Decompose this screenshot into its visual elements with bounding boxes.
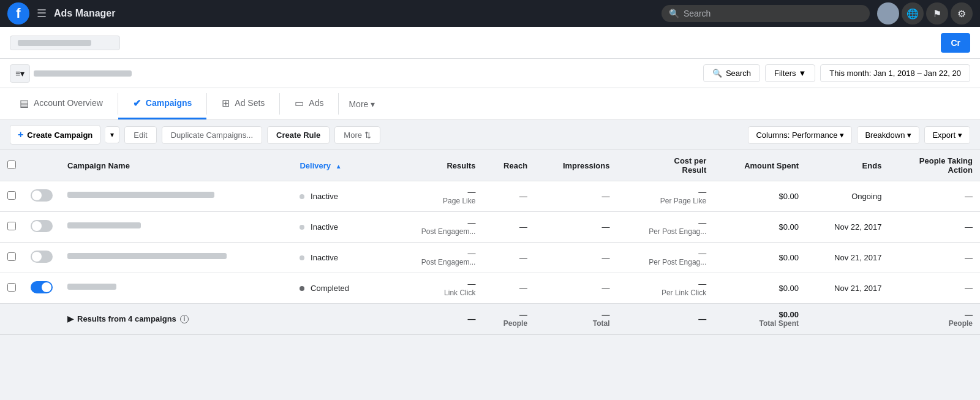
plus-icon: +	[18, 129, 23, 140]
header-cost-per-result[interactable]: Cost perResult	[617, 150, 714, 181]
row-cost-per-result: — Per Page Like	[617, 181, 714, 212]
row-checkbox-2[interactable]	[7, 222, 16, 230]
create-campaign-dropdown[interactable]: ▾	[105, 126, 119, 143]
hamburger-menu[interactable]: ☰	[37, 7, 47, 20]
summary-expand: ▶ Results from 4 campaigns i	[67, 314, 285, 323]
edit-button[interactable]: Edit	[124, 126, 156, 144]
row-amount-spent: $0.00	[714, 273, 806, 304]
row-toggle-cell	[23, 243, 60, 273]
header-delivery[interactable]: Delivery ▲	[292, 150, 390, 181]
view-dropdown[interactable]: ≡▾	[10, 64, 30, 83]
summary-amount-sub: Total Spent	[721, 319, 799, 328]
duplicate-campaigns-button[interactable]: Duplicate Campaigns...	[162, 126, 262, 144]
more-button[interactable]: More ⇅	[334, 126, 380, 144]
top-search-wrapper: 🔍	[662, 5, 870, 22]
summary-checkbox-cell	[0, 304, 23, 334]
tab-ads[interactable]: ▭ Ads	[280, 88, 338, 119]
row-checkbox-1[interactable]	[7, 191, 16, 200]
row-amount-spent: $0.00	[714, 181, 806, 212]
summary-reach-value: —	[490, 310, 527, 319]
header-impressions[interactable]: Impressions	[535, 150, 617, 181]
row-toggle-cell	[23, 181, 60, 212]
tab-more[interactable]: More ▾	[339, 88, 385, 119]
header-toggle	[23, 150, 60, 181]
tab-account-overview-label: Account Overview	[34, 98, 103, 108]
summary-label: Results from 4 campaigns	[77, 314, 176, 323]
results-sub: Post Engagem...	[398, 258, 476, 266]
header-ends[interactable]: Ends	[806, 150, 889, 181]
create-rule-label: Create Rule	[276, 130, 320, 140]
reach-value: —	[519, 253, 527, 262]
summary-row: ▶ Results from 4 campaigns i — — People …	[0, 304, 980, 334]
settings-icon[interactable]: ⚙	[951, 2, 973, 25]
top-search-input[interactable]	[662, 5, 870, 22]
delivery-status-4: Completed	[311, 284, 349, 293]
status-dot-4	[300, 286, 304, 291]
facebook-logo: f	[7, 2, 29, 25]
fb-logo-letter: f	[16, 6, 20, 21]
tab-campaigns-label: Campaigns	[146, 98, 192, 108]
tab-ad-sets[interactable]: ⊞ Ad Sets	[207, 88, 279, 119]
table-row: Completed — Link Click — — — Per Link Cl…	[0, 273, 980, 304]
breakdown-label: Breakdown	[865, 130, 905, 140]
header-campaign-name[interactable]: Campaign Name	[60, 150, 292, 181]
expand-icon[interactable]: ▶	[67, 314, 74, 323]
globe-icon[interactable]: 🌐	[902, 2, 924, 25]
status-dot-1	[300, 194, 304, 199]
row-impressions: —	[535, 212, 617, 243]
summary-impressions-sub: Total	[542, 319, 609, 328]
summary-label-cell: ▶ Results from 4 campaigns i	[60, 304, 292, 334]
select-all-checkbox[interactable]	[7, 160, 16, 169]
summary-reach-sub: People	[490, 319, 527, 328]
summary-people: — People	[889, 304, 980, 334]
amount-value: $0.00	[778, 222, 799, 232]
row-delivery: Inactive	[292, 243, 390, 273]
tab-campaigns[interactable]: ✔ Campaigns	[118, 88, 206, 119]
edit-label: Edit	[134, 130, 147, 140]
row-checkbox-cell	[0, 212, 23, 243]
row-checkbox-3[interactable]	[7, 252, 16, 261]
create-rule-button[interactable]: Create Rule	[267, 126, 330, 144]
campaign-toggle-3[interactable]	[31, 251, 53, 263]
header-people-taking-action[interactable]: People TakingAction	[889, 150, 980, 181]
search-button[interactable]: 🔍 Search	[703, 64, 760, 82]
app-title: Ads Manager	[54, 8, 115, 19]
flag-icon[interactable]: ⚑	[926, 2, 948, 25]
summary-amount-value: $0.00	[721, 310, 799, 319]
breakdown-button[interactable]: Breakdown ▾	[857, 126, 919, 144]
account-selector[interactable]	[10, 36, 120, 50]
results-sub: Post Engagem...	[398, 227, 476, 236]
ends-value: Nov 22, 2017	[834, 222, 881, 232]
header-results[interactable]: Results	[391, 150, 483, 181]
row-results: — Link Click	[391, 273, 483, 304]
campaign-toggle-1[interactable]	[31, 189, 53, 202]
row-checkbox-4[interactable]	[7, 283, 16, 292]
cost-sub: Per Post Engag...	[624, 227, 706, 236]
header-checkbox-cell	[0, 150, 23, 181]
filters-button[interactable]: Filters ▼	[765, 64, 815, 82]
cost-sub: Per Link Click	[624, 289, 706, 297]
columns-button[interactable]: Columns: Performance ▾	[748, 126, 852, 144]
create-top-button[interactable]: Cr	[941, 33, 970, 53]
tab-account-overview[interactable]: ▤ Account Overview	[5, 88, 118, 119]
row-campaign-name	[60, 181, 292, 212]
export-button[interactable]: Export ▾	[924, 126, 970, 144]
campaign-toggle-4[interactable]	[31, 281, 53, 293]
row-amount-spent: $0.00	[714, 212, 806, 243]
row-impressions: —	[535, 273, 617, 304]
more-label: More	[349, 99, 368, 109]
impressions-value: —	[601, 253, 609, 262]
date-range-button[interactable]: This month: Jan 1, 2018 – Jan 22, 20	[820, 64, 970, 82]
create-campaign-button[interactable]: + Create Campaign	[10, 125, 100, 145]
summary-amount: $0.00 Total Spent	[714, 304, 806, 334]
row-delivery: Inactive	[292, 181, 390, 212]
horizontal-scrollbar[interactable]	[0, 334, 980, 339]
impressions-value: —	[601, 222, 609, 232]
campaign-toggle-2[interactable]	[31, 220, 53, 232]
info-icon[interactable]: i	[180, 315, 189, 323]
header-amount-spent[interactable]: Amount Spent	[714, 150, 806, 181]
header-reach[interactable]: Reach	[483, 150, 535, 181]
campaigns-table-container: Campaign Name Delivery ▲ Results Reach I…	[0, 150, 980, 339]
avatar[interactable]	[877, 2, 899, 25]
row-checkbox-cell	[0, 243, 23, 273]
